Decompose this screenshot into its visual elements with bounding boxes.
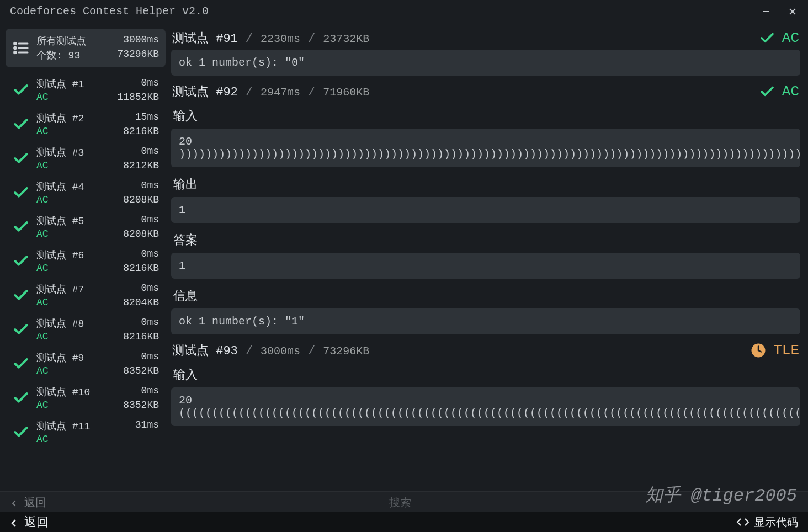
close-button[interactable] (787, 6, 798, 17)
status-label: AC (782, 83, 799, 100)
test-time: 0ms (141, 77, 159, 91)
check-icon (12, 389, 30, 407)
test-size: 23732KB (323, 33, 369, 45)
test-status: AC (36, 331, 49, 342)
sidebar-test-item[interactable]: 测试点 #1 0ms AC 11852KB (6, 73, 166, 107)
sidebar-test-item[interactable]: 测试点 #2 15ms AC 8216KB (6, 107, 166, 141)
test-header[interactable]: 测试点 #93 / 3000ms / 73296KB TLE (171, 341, 800, 360)
test-name: 测试点 #10 (36, 385, 90, 398)
info-box: ok 1 number(s): "1" (171, 308, 800, 334)
summary-all-label: 所有测试点 (36, 34, 86, 47)
test-header[interactable]: 测试点 #91 / 2230ms / 23732KB AC (171, 29, 800, 47)
check-icon (12, 423, 30, 441)
test-block-92: 测试点 #92 / 2947ms / 71960KB AC 输入 20 ))))… (171, 82, 800, 334)
test-time: 0ms (141, 180, 159, 193)
test-size: 8208KB (123, 194, 159, 205)
test-status: AC (36, 126, 49, 137)
check-icon (759, 30, 775, 46)
check-icon (12, 184, 30, 201)
sidebar-test-item[interactable]: 测试点 #3 0ms AC 8212KB (6, 141, 166, 175)
test-name: 测试点 #6 (36, 248, 84, 262)
test-status: AC (36, 160, 49, 171)
test-status: AC (36, 434, 49, 445)
check-icon (12, 355, 30, 373)
test-name: 测试点 #4 (36, 180, 84, 193)
test-size: 73296KB (323, 345, 369, 358)
test-status: AC (36, 365, 49, 376)
test-title: 测试点 #93 (172, 342, 238, 359)
summary-time: 3000ms (123, 34, 159, 47)
chevron-left-icon (10, 498, 19, 507)
status-label: AC (782, 30, 799, 46)
check-icon (12, 218, 30, 236)
test-name: 测试点 #5 (36, 214, 84, 227)
test-time: 15ms (135, 111, 159, 125)
output-label: 输出 (171, 172, 800, 197)
test-name: 测试点 #9 (36, 351, 84, 364)
test-time: 0ms (141, 214, 159, 227)
test-status: AC (36, 263, 49, 274)
svg-point-3 (14, 42, 16, 44)
summary-size: 73296KB (117, 49, 159, 62)
test-size: 11852KB (117, 92, 159, 103)
test-name: 测试点 #8 (36, 317, 84, 330)
window-title: Codeforces Contest Helper v2.0 (10, 5, 209, 18)
info-box: ok 1 number(s): "0" (171, 50, 800, 76)
test-size: 8216KB (123, 126, 159, 137)
test-time: 0ms (141, 248, 159, 262)
test-size: 8208KB (123, 228, 159, 240)
summary-count: 个数: 93 (36, 49, 80, 62)
test-name: 测试点 #11 (36, 419, 90, 433)
test-title: 测试点 #91 (172, 30, 238, 46)
status-label: TLE (773, 342, 799, 359)
back-secondary[interactable]: 返回 (10, 495, 46, 510)
test-status: AC (36, 194, 49, 205)
check-icon (12, 150, 30, 167)
input-box[interactable]: 20 (((((((((((((((((((((((((((((((((((((… (171, 387, 800, 426)
clock-icon (750, 342, 767, 359)
test-status: AC (36, 400, 49, 411)
test-name: 测试点 #1 (36, 77, 84, 91)
output-box: 1 (171, 197, 800, 223)
sidebar-test-item[interactable]: 测试点 #9 0ms AC 8352KB (6, 347, 166, 381)
sidebar-test-item[interactable]: 测试点 #10 0ms AC 8352KB (6, 381, 166, 415)
sidebar-test-item[interactable]: 测试点 #5 0ms AC 8208KB (6, 210, 166, 244)
list-icon (12, 39, 30, 57)
sidebar-test-item[interactable]: 测试点 #11 31ms AC (6, 415, 166, 449)
test-size: 71960KB (323, 86, 369, 99)
search-label[interactable]: 搜索 (68, 495, 732, 510)
minimize-button[interactable] (761, 6, 772, 17)
sidebar-test-item[interactable]: 测试点 #4 0ms AC 8208KB (6, 175, 166, 210)
sidebar-test-item[interactable]: 测试点 #8 0ms AC 8216KB (6, 312, 166, 347)
code-icon (736, 515, 749, 529)
back-button[interactable]: 返回 (10, 514, 49, 530)
test-size: 8352KB (123, 365, 159, 376)
sidebar-test-item[interactable]: 测试点 #7 0ms AC 8204KB (6, 278, 166, 312)
test-size: 8204KB (123, 297, 159, 308)
test-time: 31ms (135, 419, 159, 433)
test-time: 0ms (141, 283, 159, 296)
sidebar-test-item[interactable]: 测试点 #6 0ms AC 8216KB (6, 244, 166, 278)
chevron-left-icon (10, 518, 19, 526)
svg-point-5 (14, 47, 16, 49)
check-icon (12, 81, 30, 99)
svg-point-7 (14, 51, 16, 53)
test-block-93: 测试点 #93 / 3000ms / 73296KB TLE 输入 20 (((… (171, 341, 800, 426)
check-icon (12, 286, 30, 304)
test-name: 测试点 #7 (36, 283, 84, 296)
input-label: 输入 (171, 362, 800, 387)
check-icon (12, 252, 30, 270)
input-box[interactable]: 20 )))))))))))))))))))))))))))))))))))))… (171, 129, 800, 167)
summary-row[interactable]: 所有测试点 3000ms 个数: 93 73296KB (6, 29, 166, 67)
check-icon (12, 115, 30, 133)
test-time: 0ms (141, 385, 159, 398)
show-code-button[interactable]: 显示代码 (736, 515, 798, 530)
info-label: 信息 (171, 283, 800, 308)
test-name: 测试点 #3 (36, 146, 84, 159)
test-block-91: 测试点 #91 / 2230ms / 23732KB AC ok 1 numbe… (171, 29, 800, 76)
test-size: 8216KB (123, 331, 159, 342)
check-icon (759, 83, 775, 100)
test-status: AC (36, 228, 49, 240)
test-time: 0ms (141, 146, 159, 159)
test-header[interactable]: 测试点 #92 / 2947ms / 71960KB AC (171, 82, 800, 101)
